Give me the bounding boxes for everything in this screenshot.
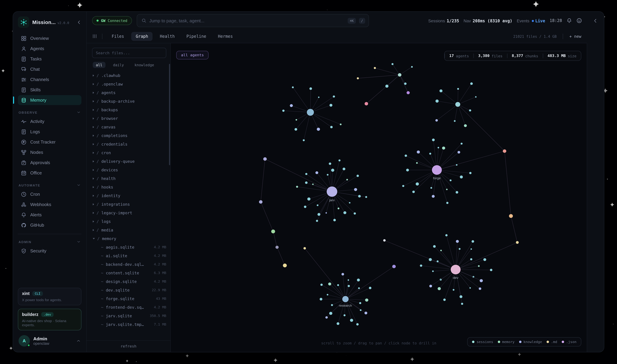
tab[interactable]: Graph — [131, 32, 153, 41]
filter-chip[interactable]: all — [93, 62, 105, 68]
tab[interactable]: Health — [156, 32, 179, 41]
tree-row[interactable]: / media — [92, 226, 166, 234]
sidebar-nav-item[interactable]: Webhooks — [18, 199, 81, 209]
tree-row[interactable]: / completions — [92, 131, 166, 140]
sidebar-collapse-icon[interactable] — [77, 20, 81, 25]
network-logo-icon — [20, 18, 27, 26]
sidebar-nav-item[interactable]: Agents — [18, 44, 81, 53]
tree-row[interactable]: / .openclaw — [92, 80, 166, 88]
filter-chip[interactable]: knowledge — [131, 62, 157, 68]
dir-name: integrations — [101, 202, 130, 207]
refresh-button[interactable]: refresh — [121, 344, 137, 349]
right-panel-expand-icon[interactable] — [593, 18, 598, 23]
stat-value: 483.3 MB — [547, 53, 566, 58]
user-menu[interactable]: A Admin openclaw — [18, 334, 81, 348]
global-search[interactable]: ⌘K / — [137, 14, 369, 27]
tree-row[interactable]: / hooks — [92, 183, 166, 191]
filter-chip[interactable]: daily — [110, 62, 127, 68]
tabs: Files Graph Health Pipeline Hermes — [107, 32, 237, 41]
content-row: all daily knowledge / — [87, 43, 587, 352]
dir-name: .openclaw — [101, 81, 123, 86]
tree-row[interactable]: / logs — [92, 217, 166, 226]
dir-name: health — [101, 176, 116, 181]
app-version: v2.0.0 — [57, 21, 69, 25]
section-header-observe[interactable]: OBSERVE — [19, 110, 81, 114]
app-logo — [18, 16, 29, 28]
file-row[interactable]: ~ forge.sqlite 43 MB — [92, 294, 166, 303]
file-row[interactable]: ~ content.sqlite 6.3 MB — [92, 269, 166, 277]
meta-divider — [563, 33, 563, 39]
sidebar-nav-item[interactable]: Activity — [18, 117, 81, 126]
coin-icon — [21, 139, 26, 145]
dir-name: backup-archive — [101, 99, 135, 104]
smiley-icon[interactable] — [577, 18, 582, 23]
expander-triangle-icon — [93, 203, 94, 205]
file-row[interactable]: ~ dev.sqlite 22.9 MB — [92, 286, 166, 294]
tree-row[interactable]: / canvas — [92, 123, 166, 131]
tree-row[interactable]: / browser — [92, 114, 166, 123]
tree-row[interactable]: / health — [92, 174, 166, 183]
file-row[interactable]: ~ frontend-dev.sq… 4.2 MB — [92, 303, 166, 312]
tree-row[interactable]: / backups — [92, 105, 166, 114]
file-name: jarv.sqlite.tmp… — [106, 322, 144, 327]
file-row[interactable]: ~ ai.sqlite 4.2 MB — [92, 251, 166, 260]
file-row[interactable]: ~ jarv.sqlite 350.5 MB — [92, 312, 166, 320]
promo-description: X power tools for agents. — [22, 298, 77, 302]
tree-row[interactable]: / identity — [92, 191, 166, 200]
sidebar-nav-item[interactable]: Approvals — [18, 158, 81, 168]
sidebar-nav-item[interactable]: Tasks — [18, 54, 81, 64]
sidebar-nav-label: Security — [30, 248, 46, 253]
sidebar-nav-item[interactable]: Alerts — [18, 210, 81, 220]
file-search-input[interactable] — [96, 51, 162, 55]
section-header-automate[interactable]: AUTOMATE — [19, 183, 81, 187]
section-header-admin[interactable]: ADMIN — [19, 240, 81, 244]
file-row[interactable]: ~ jarv.sqlite.tmp… 7.1 MB — [92, 320, 166, 329]
tree-row[interactable]: / .clawhub — [92, 71, 166, 80]
tree-row[interactable]: / integrations — [92, 200, 166, 208]
sidebar-nav-item[interactable]: Channels — [18, 75, 81, 84]
expander-triangle-icon — [93, 126, 94, 128]
file-row[interactable]: ~ aegis.sqlite 4.2 MB — [92, 243, 166, 251]
tree-row[interactable]: / credentials — [92, 140, 166, 148]
sidebar-nav-item[interactable]: Skills — [18, 85, 81, 95]
new-file-button[interactable]: + new — [569, 34, 581, 39]
sidebar-nav-item[interactable]: Logs — [18, 127, 81, 137]
graph-hint: scroll to zoom / drag to pan / click nod… — [321, 341, 436, 345]
tab[interactable]: Hermes — [213, 32, 237, 41]
tree-row[interactable]: / backup-archive — [92, 97, 166, 105]
file-search[interactable] — [92, 48, 166, 58]
sidebar-nav-item[interactable]: Cost Tracker — [18, 137, 81, 147]
sidebar-nav-item[interactable]: Overview — [18, 33, 81, 43]
tree-row[interactable]: / memory — [92, 234, 166, 243]
sidebar-nav-item[interactable]: Office — [18, 168, 81, 178]
sidebar-nav-item[interactable]: GitHub — [18, 220, 81, 230]
notifications-bell-icon[interactable] — [566, 18, 572, 23]
tree-row[interactable]: / legacy-import — [92, 208, 166, 217]
agents-filter-chip[interactable]: all agents — [176, 51, 209, 59]
file-row[interactable]: ~ backend-dev.sql… 4.2 MB — [92, 260, 166, 269]
tree-row[interactable]: / delivery-queue — [92, 157, 166, 166]
promo-card-builderz[interactable]: builderz .dev AI-native dev shop · Solan… — [18, 309, 81, 330]
tree-row[interactable]: / cron — [92, 148, 166, 157]
file-row[interactable]: ~ design.sqlite 4.2 MB — [92, 277, 166, 286]
search-input[interactable] — [149, 18, 345, 23]
file-panel-scrollbar[interactable] — [169, 64, 170, 165]
expander-triangle-icon — [93, 160, 94, 162]
sidebar-nav-item[interactable]: Chat — [18, 64, 81, 74]
tab[interactable]: Pipeline — [182, 32, 211, 41]
section-title: OBSERVE — [19, 110, 38, 114]
sidebar-nav-item[interactable]: Security — [18, 246, 81, 256]
memory-graph[interactable]: jarvforgedevresearch — [171, 43, 587, 352]
view-columns-icon[interactable] — [92, 34, 97, 39]
chevron-down-icon — [77, 240, 81, 244]
sidebar-nav-label: Logs — [30, 129, 40, 134]
tab[interactable]: Files — [107, 32, 129, 41]
tree-row[interactable]: / devices — [92, 166, 166, 174]
tree-row[interactable]: / agents — [92, 88, 166, 97]
sidebar-nav-item[interactable]: Cron — [18, 189, 81, 199]
gateway-status-badge[interactable]: GW Connected — [92, 16, 132, 25]
sidebar-nav-item[interactable]: Memory — [18, 95, 81, 105]
sidebar-nav-label: Approvals — [30, 160, 50, 165]
sidebar-nav-item[interactable]: Nodes — [18, 147, 81, 157]
promo-card-xint[interactable]: xint CLI X power tools for agents. — [18, 288, 81, 305]
